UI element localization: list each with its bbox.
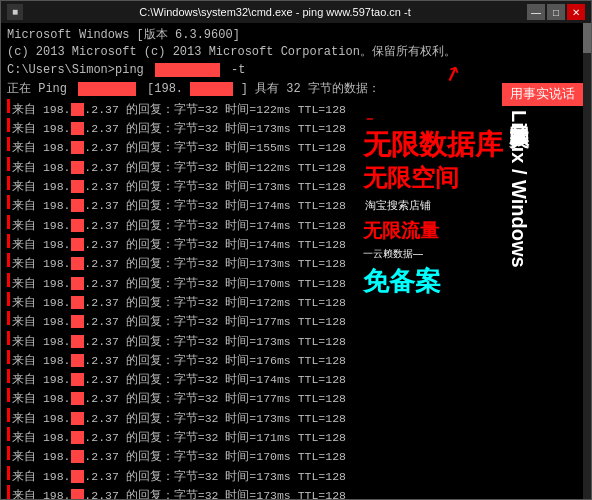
table-row: 来自 198.00.2.37 的回复： 字节=32 时间=174ms TTL=1… [7,234,585,253]
table-row: 来自 198.00.2.37 的回复： 字节=32 时间=174ms TTL=1… [7,195,585,214]
table-row: 来自 198.00.2.37 的回复： 字节=32 时间=173ms TTL=1… [7,176,585,195]
table-row: 来自 198.00.2.37 的回复： 字节=32 时间=122ms TTL=1… [7,99,585,118]
table-row: 来自 198.00.2.37 的回复： 字节=32 时间=170ms TTL=1… [7,446,585,465]
red-bar-icon [7,369,10,383]
close-button[interactable]: ✕ [567,4,585,20]
table-row: 来自 198.00.2.37 的回复： 字节=32 时间=173ms TTL=1… [7,331,585,350]
red-bar-icon [7,234,10,248]
table-row: 来自 198.00.2.37 的回复： 字节=32 时间=172ms TTL=1… [7,292,585,311]
red-bar-icon [7,273,10,287]
red-bar-icon [7,118,10,132]
red-bar-icon [7,176,10,190]
red-bar-icon [7,331,10,345]
red-bar-icon [7,350,10,364]
window-controls[interactable]: — □ ✕ [527,4,585,20]
titlebar: ■ C:\Windows\system32\cmd.exe - ping www… [1,1,591,23]
scroll-thumb[interactable] [583,23,591,53]
window-title: C:\Windows\system32\cmd.exe - ping www.5… [23,6,527,18]
red-bar-icon [7,408,10,422]
table-row: 来自 198.00.2.37 的回复： 字节=32 时间=173ms TTL=1… [7,408,585,427]
table-row: 来自 198.00.2.37 的回复： 字节=32 时间=173ms TTL=1… [7,253,585,272]
sys-line-3: C:\Users\Simon>ping -t [7,62,585,79]
table-row: 来自 198.00.2.37 的回复： 字节=32 时间=177ms TTL=1… [7,388,585,407]
terminal-body[interactable]: Microsoft Windows [版本 6.3.9600] (c) 2013… [1,23,591,499]
minimize-button[interactable]: — [527,4,545,20]
table-row: 来自 198.00.2.37 的回复： 字节=32 时间=171ms TTL=1… [7,427,585,446]
sys-line-1: Microsoft Windows [版本 6.3.9600] [7,27,585,44]
red-bar-icon [7,388,10,402]
table-row: 来自 198.00.2.37 的回复： 字节=32 时间=174ms TTL=1… [7,215,585,234]
red-bar-icon [7,195,10,209]
red-bar-icon [7,99,10,113]
table-row: 来自 198.00.2.37 的回复： 字节=32 时间=122ms TTL=1… [7,157,585,176]
table-row: 来自 198.00.2.37 的回复： 字节=32 时间=170ms TTL=1… [7,273,585,292]
table-row: 来自 198.00.2.37 的回复： 字节=32 时间=173ms TTL=1… [7,485,585,499]
red-bar-icon [7,466,10,480]
scrollbar[interactable] [583,23,591,499]
red-bar-icon [7,215,10,229]
red-bar-icon [7,427,10,441]
sys-line-2: (c) 2013 Microsoft (c) 2013 Microsoft Co… [7,44,585,61]
table-row: 来自 198.00.2.37 的回复： 字节=32 时间=174ms TTL=1… [7,369,585,388]
red-bar-icon [7,157,10,171]
maximize-button[interactable]: □ [547,4,565,20]
table-row: 来自 198.00.2.37 的回复： 字节=32 时间=176ms TTL=1… [7,350,585,369]
cmd-window: ■ C:\Windows\system32\cmd.exe - ping www… [0,0,592,500]
red-bar-icon [7,311,10,325]
table-row: 来自 198.00.2.37 的回复： 字节=32 时间=177ms TTL=1… [7,311,585,330]
red-bar-icon [7,292,10,306]
window-icon: ■ [7,4,23,20]
ping-header-line: 正在 Ping [198. ] 具有 32 字节的数据： [7,81,585,98]
red-bar-icon [7,253,10,267]
red-bar-icon [7,485,10,499]
ping-rows-container: 来自 198.00.2.37 的回复： 字节=32 时间=122ms TTL=1… [7,99,585,499]
table-row: 来自 198.00.2.37 的回复： 字节=32 时间=173ms TTL=1… [7,118,585,137]
table-row: 来自 198.00.2.37 的回复： 字节=32 时间=155ms TTL=1… [7,137,585,156]
red-bar-icon [7,137,10,151]
red-bar-icon [7,446,10,460]
table-row: 来自 198.00.2.37 的回复： 字节=32 时间=173ms TTL=1… [7,466,585,485]
